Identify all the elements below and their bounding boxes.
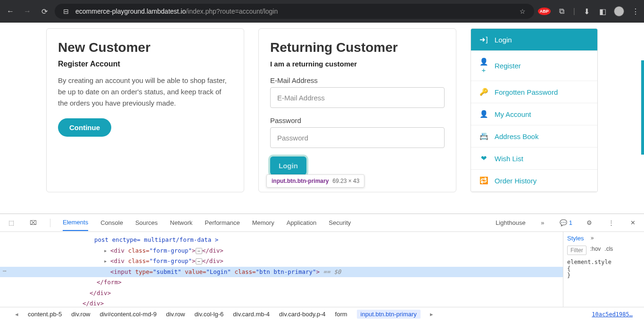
site-info-icon[interactable]: ⊟ bbox=[61, 7, 71, 16]
login-button[interactable]: Login bbox=[270, 156, 306, 175]
tab-console[interactable]: Console bbox=[100, 215, 123, 230]
sidebar-item-label: My Account bbox=[495, 110, 531, 118]
sidebar-item-label: Login bbox=[495, 36, 512, 44]
html-line[interactable]: ▸<div class="form-group">⋯</div> bbox=[0, 246, 563, 256]
styles-panel: Styles » Filter :hov .cls element.style … bbox=[563, 232, 644, 307]
profile-avatar[interactable] bbox=[614, 6, 624, 16]
crumb[interactable]: div.row bbox=[71, 311, 90, 318]
email-field[interactable] bbox=[270, 87, 445, 108]
sidebar-item-forgotten-password[interactable]: 🔑 Forgotten Password bbox=[471, 81, 597, 103]
styles-filter[interactable]: Filter bbox=[567, 246, 586, 255]
elements-breadcrumbs: ◂ content.pb-5 div.row div#content.col-m… bbox=[0, 307, 644, 321]
styles-overflow-icon[interactable]: » bbox=[590, 235, 594, 242]
forward-button[interactable]: → bbox=[21, 5, 34, 18]
inspector-tooltip: input.btn.btn-primary 69.23 × 43 bbox=[266, 174, 364, 188]
html-line[interactable]: </div> bbox=[0, 288, 563, 299]
continue-button[interactable]: Continue bbox=[58, 118, 111, 137]
html-line[interactable]: </form> bbox=[0, 277, 563, 288]
tooltip-selector: input.btn.btn-primary bbox=[272, 178, 329, 184]
crumb[interactable]: div.card-body.p-4 bbox=[279, 311, 326, 318]
html-line[interactable]: </div> bbox=[0, 298, 563, 307]
html-line: post enctype= multipart/form-data > bbox=[0, 235, 563, 246]
crumb-selected[interactable]: input.btn.btn-primary bbox=[357, 310, 421, 319]
device-icon[interactable]: ⌧ bbox=[28, 219, 38, 226]
tab-application[interactable]: Application bbox=[287, 215, 317, 230]
heart-icon: ❤ bbox=[479, 154, 488, 163]
sidebar-item-order-history[interactable]: 🔁 Order History bbox=[471, 170, 597, 192]
extensions-icon[interactable]: ⧉ bbox=[557, 7, 567, 16]
menu-icon[interactable]: ⋮ bbox=[631, 7, 640, 16]
download-icon[interactable]: ⬇ bbox=[582, 7, 591, 16]
issues-badge[interactable]: 💬 1 bbox=[560, 219, 572, 226]
styles-tab[interactable]: Styles bbox=[567, 235, 584, 242]
email-label: E-Mail Address bbox=[270, 76, 445, 84]
tab-security[interactable]: Security bbox=[329, 215, 351, 230]
devtools-panel: ⬚ ⌧ Elements Console Sources Network Per… bbox=[0, 214, 644, 321]
inspect-icon[interactable]: ⬚ bbox=[7, 219, 16, 226]
tab-memory[interactable]: Memory bbox=[252, 215, 274, 230]
line-menu-icon[interactable]: ⋯ bbox=[3, 266, 7, 277]
elements-tree[interactable]: post enctype= multipart/form-data > ▸<di… bbox=[0, 232, 563, 307]
devtools-menu-icon[interactable]: ⋮ bbox=[606, 219, 616, 226]
sidebar-item-label: Register bbox=[495, 62, 521, 70]
bookmark-icon[interactable]: ☆ bbox=[518, 7, 528, 16]
crumb[interactable]: div.card.mb-4 bbox=[233, 311, 270, 318]
hov-toggle[interactable]: :hov bbox=[590, 246, 601, 255]
sidebar-item-label: Forgotten Password bbox=[495, 88, 558, 96]
refresh-icon: 🔁 bbox=[479, 176, 488, 185]
crumb[interactable]: form bbox=[335, 311, 347, 318]
sidebar-item-label: Wish List bbox=[495, 155, 523, 163]
style-rule[interactable]: element.style { } bbox=[567, 259, 640, 279]
new-customer-title: New Customer bbox=[58, 40, 232, 55]
scrollbar-thumb[interactable] bbox=[641, 60, 644, 155]
tab-elements[interactable]: Elements bbox=[63, 214, 88, 231]
returning-title: Returning Customer bbox=[270, 40, 445, 55]
browser-right-controls: ABP ⧉ | ⬇ ◧ ⋮ bbox=[538, 6, 640, 16]
user-plus-icon: 👤+ bbox=[479, 58, 488, 74]
crumb[interactable]: div.row bbox=[166, 311, 185, 318]
account-sidebar: ➜] Login 👤+ Register 🔑 Forgotten Passwor… bbox=[471, 28, 598, 192]
new-customer-desc: By creating an account you will be able … bbox=[58, 75, 232, 109]
devtools-tabs: ⬚ ⌧ Elements Console Sources Network Per… bbox=[0, 214, 644, 232]
html-line-selected[interactable]: <input type="submit" value="Login" class… bbox=[0, 267, 563, 278]
page-viewport: New Customer Register Account By creatin… bbox=[0, 23, 644, 214]
style-source-link[interactable]: 10ac5ed1985… bbox=[592, 311, 633, 318]
sidebar-item-register[interactable]: 👤+ Register bbox=[471, 51, 597, 81]
returning-subtitle: I am a returning customer bbox=[270, 60, 445, 68]
password-label: Password bbox=[270, 116, 445, 124]
cls-toggle[interactable]: .cls bbox=[604, 246, 613, 255]
tab-lighthouse[interactable]: Lighthouse bbox=[495, 215, 526, 230]
new-customer-card: New Customer Register Account By creatin… bbox=[46, 28, 244, 192]
sidebar-item-address-book[interactable]: 📇 Address Book bbox=[471, 125, 597, 148]
close-devtools-icon[interactable]: ✕ bbox=[628, 219, 637, 226]
crumb[interactable]: content.pb-5 bbox=[28, 311, 62, 318]
crumb-prev-icon[interactable]: ◂ bbox=[15, 311, 18, 318]
tab-performance[interactable]: Performance bbox=[205, 215, 239, 230]
sidebar-item-label: Address Book bbox=[495, 132, 538, 140]
browser-toolbar: ← → ⟳ ⊟ ecommerce-playground.lambdatest.… bbox=[0, 0, 644, 23]
back-button[interactable]: ← bbox=[4, 5, 17, 18]
abp-badge[interactable]: ABP bbox=[538, 8, 551, 15]
crumb[interactable]: div#content.col-md-9 bbox=[100, 311, 157, 318]
tabs-overflow-icon[interactable]: » bbox=[538, 219, 547, 226]
sidebar-item-wish-list[interactable]: ❤ Wish List bbox=[471, 148, 597, 170]
url-host: ecommerce-playground.lambdatest.io bbox=[75, 8, 186, 15]
new-customer-subtitle: Register Account bbox=[58, 60, 232, 68]
html-line[interactable]: ▸<div class="form-group">⋯</div> bbox=[0, 256, 563, 267]
crumb[interactable]: div.col-lg-6 bbox=[194, 311, 223, 318]
address-icon: 📇 bbox=[479, 132, 488, 140]
returning-customer-card: Returning Customer I am a returning cust… bbox=[258, 28, 456, 192]
url-path: /index.php?route=account/login bbox=[186, 8, 278, 15]
panel-icon[interactable]: ◧ bbox=[598, 7, 607, 16]
key-icon: 🔑 bbox=[479, 88, 488, 96]
address-bar[interactable]: ⊟ ecommerce-playground.lambdatest.io/ind… bbox=[55, 4, 534, 19]
sidebar-item-login[interactable]: ➜] Login bbox=[471, 29, 597, 51]
tab-sources[interactable]: Sources bbox=[135, 215, 158, 230]
crumb-next-icon[interactable]: ▸ bbox=[430, 311, 433, 318]
sidebar-item-my-account[interactable]: 👤 My Account bbox=[471, 103, 597, 125]
user-icon: 👤 bbox=[479, 110, 488, 118]
tab-network[interactable]: Network bbox=[170, 215, 193, 230]
reload-button[interactable]: ⟳ bbox=[38, 5, 51, 18]
settings-icon[interactable]: ⚙ bbox=[585, 219, 594, 226]
password-field[interactable] bbox=[270, 127, 445, 148]
